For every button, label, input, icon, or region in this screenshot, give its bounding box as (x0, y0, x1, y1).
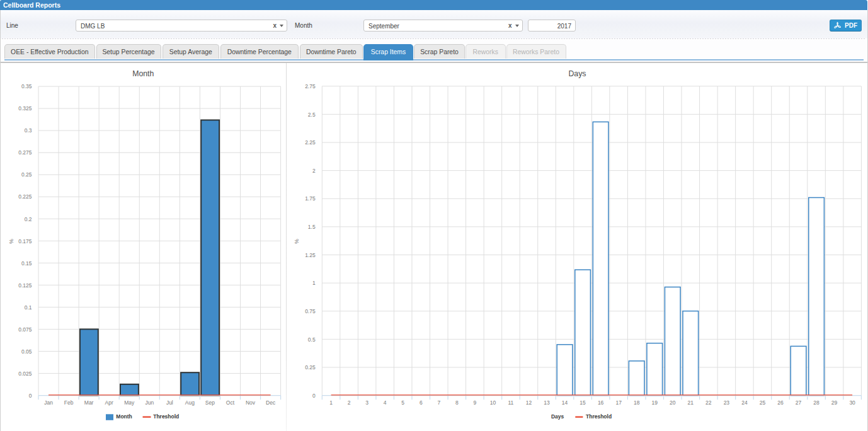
svg-text:0.025: 0.025 (18, 371, 32, 377)
svg-text:0.1: 0.1 (25, 304, 32, 311)
svg-text:0.275: 0.275 (18, 149, 32, 156)
svg-text:%: % (8, 239, 14, 244)
svg-text:29: 29 (831, 399, 838, 406)
svg-text:18: 18 (634, 399, 640, 406)
svg-text:0.2: 0.2 (25, 216, 32, 222)
svg-text:0.3: 0.3 (25, 127, 32, 134)
svg-text:15: 15 (580, 399, 586, 406)
svg-text:0.35: 0.35 (21, 83, 32, 89)
svg-text:0.25: 0.25 (21, 171, 32, 178)
svg-text:6: 6 (420, 399, 423, 406)
svg-text:Jun: Jun (145, 399, 154, 406)
svg-text:Jul: Jul (166, 399, 173, 406)
svg-text:1.5: 1.5 (308, 224, 316, 230)
svg-text:0.225: 0.225 (18, 193, 32, 200)
svg-text:2.5: 2.5 (308, 112, 316, 118)
svg-text:0.325: 0.325 (18, 105, 32, 112)
svg-text:24: 24 (741, 399, 748, 406)
svg-text:8: 8 (455, 399, 459, 406)
svg-text:28: 28 (813, 399, 819, 406)
svg-text:26: 26 (777, 399, 784, 406)
svg-text:0.175: 0.175 (18, 238, 32, 244)
svg-text:0.5: 0.5 (308, 336, 316, 343)
svg-text:2: 2 (312, 168, 316, 174)
svg-text:Month: Month (116, 413, 132, 420)
svg-text:Apr: Apr (105, 399, 113, 406)
svg-text:5: 5 (401, 399, 404, 406)
svg-text:1: 1 (329, 399, 333, 406)
svg-text:3: 3 (365, 399, 368, 406)
svg-text:22: 22 (705, 399, 712, 406)
svg-text:Jan: Jan (44, 399, 53, 406)
svg-text:11: 11 (508, 399, 514, 406)
svg-text:19: 19 (651, 399, 658, 406)
svg-text:1.25: 1.25 (305, 252, 316, 258)
svg-text:21: 21 (688, 399, 694, 406)
svg-text:0.05: 0.05 (21, 348, 32, 355)
svg-text:20: 20 (670, 399, 676, 406)
svg-text:Days: Days (568, 69, 586, 78)
svg-text:16: 16 (598, 399, 604, 406)
svg-text:4: 4 (384, 399, 387, 406)
svg-text:Oct: Oct (226, 399, 235, 406)
svg-text:23: 23 (724, 399, 730, 406)
svg-text:0.75: 0.75 (305, 308, 316, 314)
svg-text:Feb: Feb (64, 399, 74, 406)
svg-text:Threshold: Threshold (586, 413, 612, 420)
svg-text:2.75: 2.75 (305, 83, 316, 89)
svg-text:30: 30 (849, 399, 855, 406)
svg-text:10: 10 (490, 399, 496, 406)
svg-text:0: 0 (29, 393, 32, 399)
svg-text:0.25: 0.25 (305, 364, 316, 371)
svg-text:1.75: 1.75 (305, 195, 316, 202)
svg-text:1: 1 (312, 280, 316, 286)
svg-text:12: 12 (526, 399, 532, 406)
svg-text:Sep: Sep (205, 399, 215, 406)
svg-text:14: 14 (562, 399, 568, 406)
svg-text:0.125: 0.125 (18, 282, 32, 289)
svg-text:2.25: 2.25 (305, 139, 316, 146)
svg-text:27: 27 (796, 399, 802, 406)
svg-text:7: 7 (437, 399, 440, 406)
svg-text:25: 25 (760, 399, 766, 406)
svg-text:0.15: 0.15 (21, 260, 32, 267)
svg-text:May: May (124, 399, 135, 406)
svg-text:Aug: Aug (185, 399, 195, 406)
svg-text:17: 17 (615, 399, 622, 406)
svg-text:Threshold: Threshold (153, 413, 179, 420)
svg-text:2: 2 (348, 399, 351, 406)
svg-text:Mar: Mar (84, 399, 94, 406)
svg-text:Nov: Nov (246, 399, 256, 406)
svg-text:0: 0 (312, 393, 316, 399)
svg-text:Dec: Dec (266, 399, 276, 406)
svg-text:Month: Month (132, 69, 154, 78)
svg-text:Days: Days (551, 413, 564, 420)
svg-text:9: 9 (473, 399, 476, 406)
svg-text:%: % (294, 239, 300, 244)
svg-text:13: 13 (544, 399, 550, 406)
svg-text:0.075: 0.075 (18, 326, 32, 333)
